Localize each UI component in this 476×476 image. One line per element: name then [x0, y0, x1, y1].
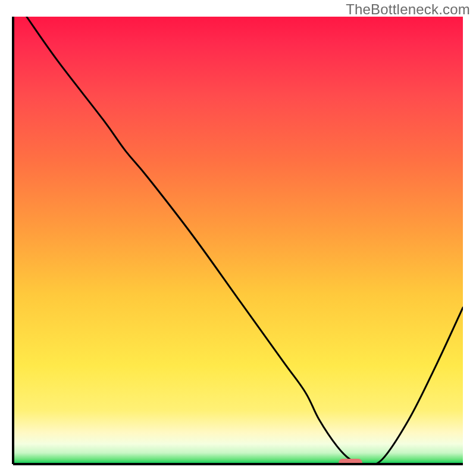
bottleneck-chart — [0, 0, 476, 476]
plot-background — [13, 17, 463, 464]
chart-container: TheBottleneck.com — [0, 0, 476, 476]
watermark-text: TheBottleneck.com — [346, 1, 470, 18]
